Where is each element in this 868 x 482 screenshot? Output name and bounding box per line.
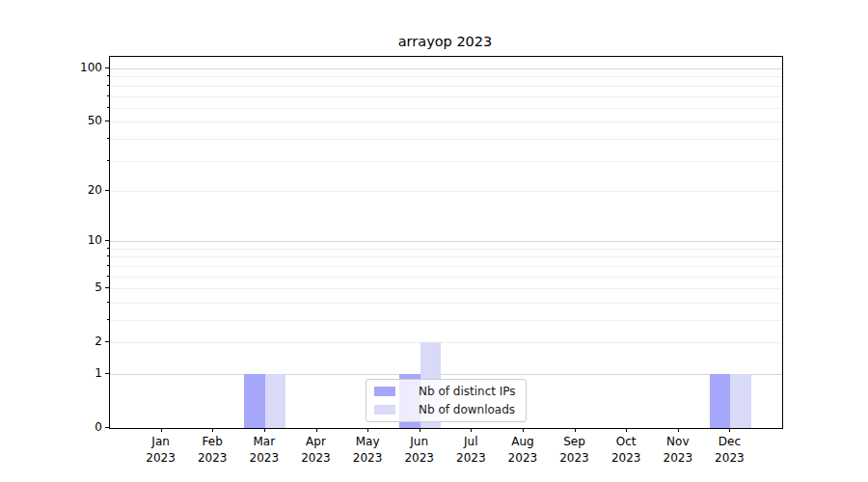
y-minor-tick-mark <box>107 265 109 266</box>
legend-label: Nb of downloads <box>403 403 518 416</box>
x-tick-mark <box>161 428 162 432</box>
y-gridline-minor <box>110 76 782 77</box>
x-tick-mark <box>212 428 213 432</box>
x-tick-mark <box>575 428 576 432</box>
y-gridline-minor <box>110 121 782 122</box>
y-minor-tick-mark <box>107 319 109 320</box>
y-tick-label: 0 <box>0 419 102 435</box>
legend: Nb of distinct IPsNb of downloads <box>366 379 527 422</box>
y-gridline-minor <box>110 249 782 250</box>
y-tick-label: 10 <box>0 232 102 248</box>
legend-swatch-icon <box>374 405 395 415</box>
y-minor-tick-mark <box>107 107 109 108</box>
y-gridline-major <box>110 374 782 375</box>
y-tick-mark <box>105 427 109 428</box>
y-tick-label: 50 <box>0 113 102 128</box>
y-gridline-minor <box>110 342 782 343</box>
y-minor-tick-mark <box>107 75 109 76</box>
legend-row: Nb of downloads <box>374 403 518 417</box>
plot-area: Nb of distinct IPsNb of downloads <box>109 56 783 429</box>
x-tick-mark <box>264 428 265 432</box>
y-gridline-major <box>110 241 782 242</box>
y-tick-mark <box>105 67 109 68</box>
y-gridline-minor <box>110 266 782 267</box>
figure: arrayop 2023 Nb of distinct IPsNb of dow… <box>0 0 868 482</box>
x-tick-mark <box>471 428 472 432</box>
y-tick-mark <box>105 341 109 342</box>
y-tick-mark <box>105 240 109 241</box>
y-gridline-minor <box>110 191 782 192</box>
y-gridline-minor <box>110 96 782 97</box>
x-tick-mark <box>420 428 420 432</box>
y-gridline-minor <box>110 256 782 257</box>
legend-row: Nb of distinct IPs <box>374 385 518 399</box>
y-gridline-minor <box>110 139 782 140</box>
x-tick-mark <box>316 428 317 432</box>
y-minor-tick-mark <box>107 85 109 86</box>
y-minor-tick-mark <box>107 255 109 256</box>
y-minor-tick-mark <box>107 138 109 139</box>
y-tick-label: 2 <box>0 334 102 349</box>
y-minor-tick-mark <box>107 160 109 161</box>
bar-distinct-ips <box>710 374 731 428</box>
y-minor-tick-mark <box>107 302 109 303</box>
bar-downloads <box>265 374 286 428</box>
y-gridline-major <box>110 68 782 69</box>
y-minor-tick-mark <box>107 248 109 249</box>
y-tick-mark <box>105 190 109 191</box>
y-gridline-minor <box>110 288 782 289</box>
y-gridline-minor <box>110 86 782 87</box>
y-tick-mark <box>105 120 109 121</box>
x-tick-label: Dec 2023 <box>691 434 768 466</box>
bar-distinct-ips <box>244 374 265 428</box>
legend-swatch-icon <box>374 387 395 396</box>
y-tick-mark <box>105 287 109 288</box>
y-gridline-minor <box>110 108 782 109</box>
chart-title: arrayop 2023 <box>109 34 781 49</box>
y-gridline-minor <box>110 161 782 162</box>
bar-downloads <box>730 374 751 428</box>
y-tick-mark <box>105 373 109 374</box>
x-tick-mark <box>626 428 627 432</box>
x-tick-mark <box>678 428 679 432</box>
y-gridline-minor <box>110 277 782 278</box>
y-gridline-minor <box>110 320 782 321</box>
y-minor-tick-mark <box>107 95 109 96</box>
y-tick-label: 100 <box>0 60 102 75</box>
y-minor-tick-mark <box>107 276 109 277</box>
y-tick-label: 5 <box>0 280 102 295</box>
y-tick-label: 1 <box>0 365 102 381</box>
y-gridline-minor <box>110 303 782 304</box>
legend-label: Nb of distinct IPs <box>403 385 518 398</box>
x-tick-mark <box>523 428 524 432</box>
y-tick-label: 20 <box>0 182 102 198</box>
x-tick-mark <box>729 428 730 432</box>
x-tick-mark <box>367 428 368 432</box>
